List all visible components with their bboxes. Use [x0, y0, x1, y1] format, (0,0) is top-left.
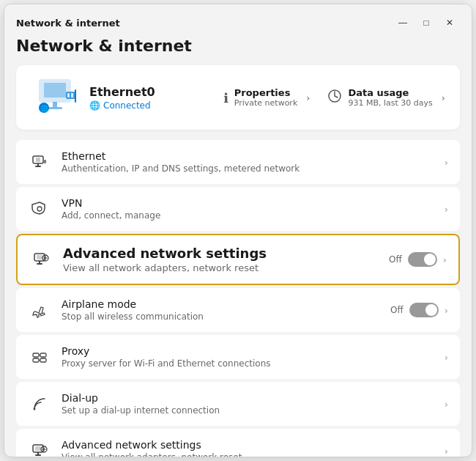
svg-rect-21	[33, 353, 39, 357]
settings-list: Ethernet Authentication, IP and DNS sett…	[16, 140, 460, 457]
toggle-label-advanced-network-highlighted: Off	[389, 254, 402, 265]
svg-text:🌐: 🌐	[40, 104, 49, 113]
svg-rect-1	[44, 83, 66, 97]
globe-icon: 🌐	[89, 100, 100, 111]
toggle-label-airplane-mode: Off	[390, 305, 404, 315]
chevron-airplane-mode: ›	[445, 305, 448, 316]
data-usage-icon	[327, 89, 342, 106]
item-sub-advanced-network: View all network adapters, network reset	[62, 452, 434, 457]
hero-card: 🌐 Ethernet0 🌐 Connected ℹ Properties Pri…	[16, 65, 460, 130]
item-right-advanced-network: ›	[445, 446, 448, 457]
item-sub-dialup: Set up a dial-up internet connection	[62, 405, 434, 416]
list-item-proxy[interactable]: Proxy Proxy server for Wi-Fi and Etherne…	[16, 335, 460, 379]
item-title-advanced-network-highlighted: Advanced network settings	[63, 246, 379, 261]
item-title-dialup: Dial-up	[62, 392, 434, 404]
svg-rect-6	[71, 93, 73, 97]
item-right-dialup: ›	[445, 399, 448, 410]
svg-rect-7	[75, 89, 76, 103]
item-right-airplane-mode: Off ›	[390, 303, 448, 317]
svg-rect-24	[40, 358, 46, 362]
icon-dialup	[28, 392, 51, 416]
item-title-advanced-network: Advanced network settings	[62, 439, 434, 451]
page-content: Network & internet	[4, 34, 472, 457]
chevron-advanced-network-highlighted: ›	[443, 254, 447, 265]
toggle-airplane-mode[interactable]	[409, 303, 439, 317]
maximize-button[interactable]: □	[416, 14, 436, 32]
list-item-vpn[interactable]: VPN Add, connect, manage ›	[16, 187, 460, 231]
svg-rect-18	[39, 261, 40, 263]
svg-rect-5	[67, 93, 70, 97]
item-sub-proxy: Proxy server for Wi-Fi and Ethernet conn…	[62, 358, 434, 369]
properties-chevron: ›	[306, 92, 310, 103]
item-sub-ethernet: Authentication, IP and DNS settings, met…	[62, 163, 434, 174]
item-right-proxy: ›	[445, 352, 448, 363]
item-sub-airplane-mode: Stop all wireless communication	[62, 311, 380, 322]
chevron-proxy: ›	[445, 352, 448, 363]
svg-point-25	[34, 408, 36, 410]
toggle-advanced-network-highlighted[interactable]	[408, 252, 437, 267]
svg-rect-29	[35, 454, 41, 456]
icon-advanced-network	[28, 439, 51, 457]
item-title-proxy: Proxy	[62, 345, 434, 357]
chevron-vpn: ›	[445, 204, 448, 215]
svg-rect-17	[37, 255, 42, 259]
svg-rect-3	[48, 107, 62, 109]
chevron-dialup: ›	[445, 399, 448, 410]
window-title: Network & internet	[16, 18, 120, 29]
data-usage-action[interactable]: Data usage 931 MB, last 30 days ›	[327, 87, 445, 108]
icon-ethernet	[28, 150, 51, 174]
item-sub-advanced-network-highlighted: View all network adapters, network reset	[63, 262, 379, 273]
icon-proxy	[28, 345, 51, 369]
ethernet-hero-icon: 🌐	[31, 77, 83, 118]
svg-rect-11	[36, 158, 40, 162]
item-right-advanced-network-highlighted: Off ›	[389, 252, 447, 267]
svg-rect-23	[33, 358, 39, 362]
list-item-ethernet[interactable]: Ethernet Authentication, IP and DNS sett…	[16, 140, 460, 184]
svg-rect-13	[35, 166, 41, 167]
svg-rect-14	[44, 160, 46, 163]
item-right-ethernet: ›	[445, 157, 448, 168]
item-title-vpn: VPN	[62, 197, 434, 209]
info-icon: ℹ	[223, 90, 228, 106]
chevron-advanced-network: ›	[445, 446, 448, 457]
page-title: Network & internet	[16, 37, 460, 55]
svg-rect-2	[53, 102, 57, 107]
list-item-dialup[interactable]: Dial-up Set up a dial-up internet connec…	[16, 382, 460, 426]
list-item-advanced-network-highlighted[interactable]: Advanced network settings View all netwo…	[16, 234, 460, 285]
svg-rect-27	[35, 446, 41, 451]
item-title-airplane-mode: Airplane mode	[62, 298, 380, 310]
svg-rect-22	[40, 353, 46, 357]
svg-point-15	[37, 207, 42, 211]
close-button[interactable]: ✕	[439, 14, 460, 32]
settings-window: Network & internet — □ ✕ Network & inter…	[4, 4, 472, 457]
icon-advanced-network-highlighted	[29, 248, 53, 271]
chevron-ethernet: ›	[445, 157, 448, 168]
svg-rect-12	[37, 163, 39, 166]
svg-rect-19	[37, 263, 42, 265]
hero-actions: ℹ Properties Private network › Data usa	[223, 87, 445, 108]
window-controls: — □ ✕	[393, 14, 460, 32]
icon-airplane-mode	[28, 298, 51, 322]
icon-vpn	[28, 197, 51, 221]
item-right-vpn: ›	[445, 204, 448, 215]
list-item-airplane-mode[interactable]: Airplane mode Stop all wireless communic…	[16, 288, 460, 332]
properties-action[interactable]: ℹ Properties Private network ›	[223, 87, 310, 108]
list-item-advanced-network[interactable]: Advanced network settings View all netwo…	[16, 429, 460, 457]
hero-info: Ethernet0 🌐 Connected	[83, 85, 223, 111]
svg-rect-28	[37, 452, 39, 454]
item-title-ethernet: Ethernet	[62, 150, 434, 162]
title-bar: Network & internet — □ ✕	[4, 4, 472, 34]
minimize-button[interactable]: —	[393, 14, 413, 32]
hero-status: 🌐 Connected	[89, 100, 223, 111]
hero-name: Ethernet0	[89, 85, 223, 99]
data-usage-chevron: ›	[442, 92, 445, 103]
item-sub-vpn: Add, connect, manage	[62, 210, 434, 221]
